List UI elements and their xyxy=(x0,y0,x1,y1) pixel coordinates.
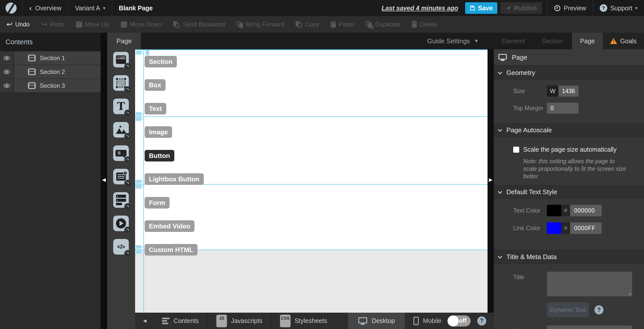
meta-section-header[interactable]: Title & Meta Data xyxy=(494,250,644,264)
section-row-1[interactable]: Section 1 xyxy=(0,51,101,65)
guide-marker[interactable] xyxy=(135,185,144,189)
link-color-row: Link Color # 0000FF xyxy=(513,222,644,234)
duplicate-button[interactable]: + Duplicate xyxy=(366,21,400,28)
desktop-view-button[interactable]: Desktop xyxy=(348,313,405,329)
guide-marker[interactable] xyxy=(135,117,144,121)
expand-right-icon[interactable]: ▶ xyxy=(488,177,494,183)
section-row-2[interactable]: Section 2 xyxy=(0,65,101,78)
autoscale-checkbox-row: Scale the page size automatically xyxy=(513,146,644,153)
palette-html-tool[interactable]: </>↷ xyxy=(113,239,129,255)
canvas-tab-bar: Page Guide Settings ▼ xyxy=(107,33,494,49)
move-down-button[interactable]: ↓ Move Down xyxy=(121,21,162,28)
section-label: Section 2 xyxy=(40,68,65,75)
visibility-toggle[interactable] xyxy=(0,65,14,78)
visibility-toggle[interactable] xyxy=(0,79,14,92)
collapse-left-icon[interactable]: ◀ xyxy=(143,318,146,323)
tooltip-image: Image xyxy=(145,126,172,138)
text-color-row: Text Color # 000000 xyxy=(513,205,644,216)
undo-button[interactable]: ↩ Undo xyxy=(7,21,30,28)
section-item[interactable]: Section 3 xyxy=(14,79,101,92)
copy-button[interactable]: Copy xyxy=(296,21,319,28)
title-textarea[interactable] xyxy=(547,272,632,296)
text-color-swatch[interactable] xyxy=(547,205,561,216)
variant-dropdown[interactable]: Variant A ▾ xyxy=(68,0,112,16)
text-style-section-header[interactable]: Default Text Style xyxy=(494,185,644,199)
clock-icon xyxy=(554,5,561,12)
guide-settings-dropdown[interactable]: Guide Settings ▼ xyxy=(427,37,494,45)
send-backward-icon xyxy=(173,21,180,28)
drag-badge-icon: ↷ xyxy=(124,227,131,233)
bring-forward-icon xyxy=(237,21,244,28)
send-backward-button[interactable]: Send Backward xyxy=(173,21,225,28)
support-dropdown[interactable]: ? Support ▾ xyxy=(593,0,644,16)
autoscale-section-header[interactable]: Page Autoscale xyxy=(494,123,644,137)
vertical-guide[interactable] xyxy=(143,50,144,313)
tab-section[interactable]: Section xyxy=(533,33,572,49)
design-canvas[interactable]: Section Box Text Image Button Lightbox B… xyxy=(135,49,488,313)
palette-box-tool[interactable]: ↷ xyxy=(113,75,129,91)
mobile-view-button[interactable]: Mobile xyxy=(405,317,448,325)
text-color-input[interactable]: 000000 xyxy=(570,205,602,216)
collapse-left-icon[interactable]: ◀ xyxy=(101,177,107,183)
palette-image-tool[interactable]: ↷ xyxy=(113,122,129,138)
guide-marker[interactable] xyxy=(136,51,144,55)
geometry-section-header[interactable]: Geometry xyxy=(494,66,644,79)
stylesheets-tab[interactable]: CSS Stylesheets xyxy=(271,313,336,329)
publish-button[interactable]: Publish xyxy=(500,2,542,14)
top-margin-input[interactable]: 0 xyxy=(547,103,579,114)
drag-badge-icon: ↷ xyxy=(124,110,131,116)
delete-button[interactable]: Delete xyxy=(412,21,437,28)
guide-marker[interactable] xyxy=(135,245,144,249)
contents-sidebar: Contents Section 1 Section 2 xyxy=(0,33,101,329)
tab-goals[interactable]: Goals xyxy=(603,33,644,49)
button-tool-icon: B xyxy=(115,150,127,156)
sidebar-collapse-strip[interactable]: ◀ xyxy=(101,33,107,329)
section-item[interactable]: Section 2 xyxy=(14,65,101,78)
width-input[interactable]: 1436 xyxy=(558,86,579,97)
bring-forward-button[interactable]: Bring Forward xyxy=(237,21,284,28)
hash-prefix: # xyxy=(561,205,570,216)
guide-marker[interactable] xyxy=(135,112,144,116)
link-color-swatch[interactable] xyxy=(547,222,561,234)
palette-section-tool[interactable]: ↷ xyxy=(113,52,129,67)
contents-header: Contents xyxy=(0,33,101,51)
autoscale-checkbox[interactable] xyxy=(513,147,519,153)
help-circle-icon[interactable]: ? xyxy=(594,305,603,314)
visibility-toggle[interactable] xyxy=(0,51,14,65)
preview-button[interactable]: Preview xyxy=(547,0,593,16)
keywords-textarea[interactable] xyxy=(547,325,632,329)
redo-button[interactable]: ↪ Redo xyxy=(41,21,64,28)
horizontal-guide[interactable] xyxy=(135,116,488,117)
tab-page[interactable]: Page xyxy=(572,33,603,49)
section-row-3[interactable]: Section 3 xyxy=(0,79,101,92)
unbounce-logo-icon[interactable] xyxy=(6,3,17,14)
palette-form-tool[interactable]: ↷ xyxy=(113,192,129,208)
palette-text-tool[interactable]: T↷ xyxy=(113,99,129,114)
paste-button[interactable]: Paste xyxy=(331,21,354,28)
javascripts-tab[interactable]: JS Javascripts xyxy=(208,313,271,329)
move-up-button[interactable]: ↑ Move Up xyxy=(76,21,109,28)
contents-tab[interactable]: Contents xyxy=(153,313,207,329)
palette-video-tool[interactable]: ↷ xyxy=(113,216,129,231)
drag-badge-icon: ↷ xyxy=(124,133,131,140)
last-saved-link[interactable]: Last saved 4 minutes ago xyxy=(382,5,458,12)
overview-button[interactable]: ‹ Overview xyxy=(23,0,68,16)
help-circle-icon[interactable]: ? xyxy=(477,316,486,325)
section-item[interactable]: Section 1 xyxy=(14,51,101,65)
guide-marker[interactable] xyxy=(135,180,144,184)
bring-forward-label: Bring Forward xyxy=(246,21,284,28)
link-color-input[interactable]: 0000FF xyxy=(570,222,602,234)
section-tool-icon xyxy=(116,55,126,64)
palette-lightbox-tool[interactable]: ×↷ xyxy=(113,169,129,184)
widget-palette: ↷ ↷ T↷ ↷ B↷ ×↷ ↷ ↷ </>↷ xyxy=(107,33,135,329)
size-row: Size W 1436 xyxy=(513,86,644,97)
dynamic-text-button[interactable]: Dynamic Text xyxy=(547,302,589,317)
mobile-toggle[interactable]: off xyxy=(448,315,471,326)
canvas-page-tab[interactable]: Page xyxy=(107,33,141,49)
panel-collapse-strip[interactable]: ▶ xyxy=(488,33,494,313)
palette-button-tool[interactable]: B↷ xyxy=(113,145,129,161)
empty-section-area[interactable] xyxy=(135,250,488,313)
tab-element[interactable]: Element xyxy=(494,33,533,49)
chevron-down-icon xyxy=(498,189,502,194)
save-button[interactable]: Save xyxy=(465,2,497,14)
